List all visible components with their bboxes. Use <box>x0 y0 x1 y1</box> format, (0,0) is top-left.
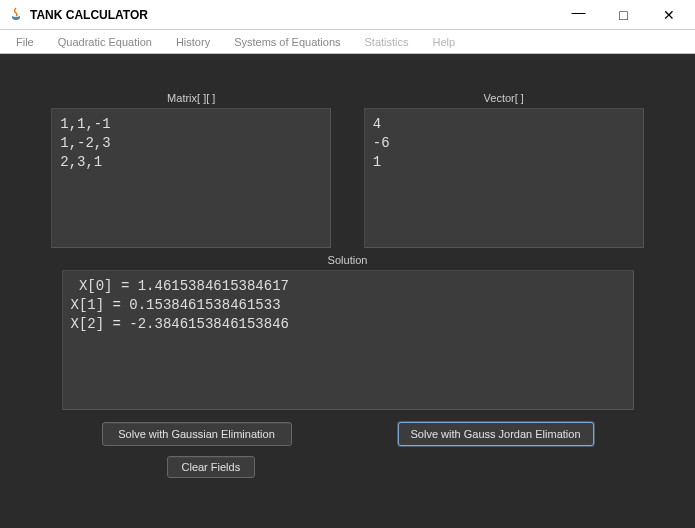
maximize-button[interactable]: □ <box>601 0 646 29</box>
vector-label: Vector[ ] <box>484 92 524 104</box>
solve-gauss-jordan-button[interactable]: Solve with Gauss Jordan Elimation <box>398 422 594 446</box>
clear-button-row: Clear Fields <box>62 456 634 478</box>
menu-history[interactable]: History <box>164 36 222 48</box>
menu-statistics[interactable]: Statistics <box>353 36 421 48</box>
solution-label: Solution <box>328 254 368 266</box>
solve-gaussian-button[interactable]: Solve with Gaussian Elimination <box>102 422 292 446</box>
solve-button-row: Solve with Gaussian Elimination Solve wi… <box>62 422 634 446</box>
minimize-button[interactable]: — <box>556 0 601 29</box>
close-button[interactable]: ✕ <box>646 0 691 29</box>
titlebar: TANK CALCULATOR — □ ✕ <box>0 0 695 30</box>
matrix-label: Matrix[ ][ ] <box>167 92 215 104</box>
menubar: File Quadratic Equation History Systems … <box>0 30 695 54</box>
java-icon <box>8 7 24 23</box>
solution-panel: Solution X[0] = 1.4615384615384617 X[1] … <box>40 254 655 410</box>
menu-file[interactable]: File <box>4 36 46 48</box>
vector-panel: Vector[ ] 4 -6 1 <box>353 92 656 248</box>
input-row: Matrix[ ][ ] 1,1,-1 1,-2,3 2,3,1 Vector[… <box>40 92 655 248</box>
content-area: Matrix[ ][ ] 1,1,-1 1,-2,3 2,3,1 Vector[… <box>0 54 695 528</box>
matrix-panel: Matrix[ ][ ] 1,1,-1 1,-2,3 2,3,1 <box>40 92 343 248</box>
vector-input[interactable]: 4 -6 1 <box>364 108 644 248</box>
window-controls: — □ ✕ <box>556 0 691 29</box>
window-title: TANK CALCULATOR <box>30 8 148 22</box>
solution-output[interactable]: X[0] = 1.4615384615384617 X[1] = 0.15384… <box>62 270 634 410</box>
menu-help[interactable]: Help <box>421 36 468 48</box>
clear-fields-button[interactable]: Clear Fields <box>167 456 256 478</box>
menu-quadratic[interactable]: Quadratic Equation <box>46 36 164 48</box>
menu-systems[interactable]: Systems of Equations <box>222 36 352 48</box>
matrix-input[interactable]: 1,1,-1 1,-2,3 2,3,1 <box>51 108 331 248</box>
